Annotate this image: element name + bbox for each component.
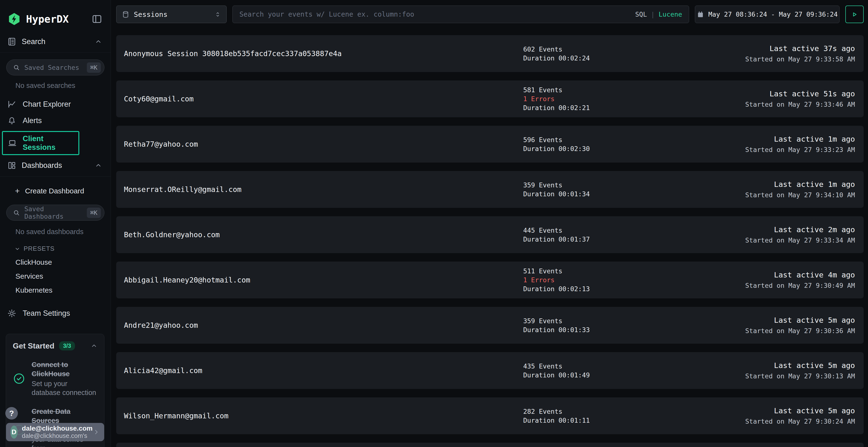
calendar-icon <box>697 11 704 18</box>
user-email: dale@clickhouse.com <box>22 424 93 432</box>
session-times: Last active 4m ago Started on May 27 9:3… <box>745 271 855 289</box>
session-stats: 445 Events Duration 00:01:37 <box>523 227 745 243</box>
session-duration: Duration 00:02:24 <box>523 55 745 61</box>
session-card[interactable]: Beth.Goldner@yahoo.com 445 Events Durati… <box>116 216 864 253</box>
session-events: 435 Events <box>523 363 745 370</box>
sidebar-collapse-icon[interactable] <box>91 13 102 25</box>
chart-line-icon <box>7 100 17 109</box>
session-events: 282 Events <box>523 408 745 415</box>
session-name: Retha77@yahoo.com <box>124 140 523 148</box>
dashboards-label: Dashboards <box>22 161 62 170</box>
session-card[interactable]: Coty60@gmail.com 581 Events 1 Errors Dur… <box>116 80 864 117</box>
session-duration: Duration 00:02:21 <box>523 105 745 111</box>
session-started: Started on May 27 9:30:24 AM <box>745 418 855 424</box>
preset-clickhouse[interactable]: ClickHouse <box>16 258 111 266</box>
session-events: 596 Events <box>523 137 745 143</box>
event-search-input[interactable]: Search your events w/ Lucene ex. column:… <box>232 5 689 23</box>
shortcut-badge: ⌘K <box>87 208 101 218</box>
session-card[interactable]: Abbigail.Heaney20@hotmail.com 511 Events… <box>116 262 864 299</box>
no-saved-dashboards-text: No saved dashboards <box>16 228 111 236</box>
session-errors: 1 Errors <box>523 96 745 102</box>
session-events: 602 Events <box>523 46 745 53</box>
session-name: Andre21@yahoo.com <box>124 321 523 330</box>
session-card[interactable]: Retha77@yahoo.com 596 Events Duration 00… <box>116 126 864 163</box>
session-name: Abbigail.Heaney20@hotmail.com <box>124 276 523 284</box>
create-dashboard-label: Create Dashboard <box>25 187 84 195</box>
session-stats: 511 Events 1 Errors Duration 00:02:13 <box>523 268 745 292</box>
sidebar-item-dashboards[interactable]: Dashboards <box>0 161 111 176</box>
session-stats: 359 Events Duration 00:01:34 <box>523 182 745 197</box>
search-section-icon <box>7 37 17 46</box>
get-started-item-subtitle: Set up your database connection <box>32 379 97 397</box>
get-started-item-title: Connect to ClickHouse <box>32 361 70 378</box>
get-started-title: Get Started <box>13 342 54 350</box>
chevron-up-icon[interactable] <box>95 38 102 45</box>
session-last-active: Last active 2m ago <box>774 226 855 233</box>
sidebar-item-team-settings[interactable]: Team Settings <box>0 309 111 318</box>
session-last-active: Last active 5m ago <box>774 316 855 324</box>
session-stats: 596 Events Duration 00:02:30 <box>523 137 745 152</box>
source-select-value: Sessions <box>134 10 167 19</box>
chevron-up-icon[interactable] <box>95 162 102 169</box>
session-times: Last active 51s ago Started on May 27 9:… <box>745 90 855 108</box>
source-select[interactable]: Sessions <box>116 5 227 23</box>
session-card[interactable]: Andre21@yahoo.com 359 Events Duration 00… <box>116 307 864 344</box>
preset-services[interactable]: Services <box>16 272 111 280</box>
session-card[interactable]: Wilson_Hermann@gmail.com 282 Events Dura… <box>116 398 864 434</box>
session-errors: 1 Errors <box>523 277 745 283</box>
session-card[interactable]: Monserrat.OReilly@gmail.com 359 Events D… <box>116 171 864 208</box>
alerts-label: Alerts <box>23 116 42 125</box>
session-times: Last active 2m ago Started on May 27 9:3… <box>745 226 855 243</box>
session-started: Started on May 27 9:30:13 AM <box>745 373 855 379</box>
session-duration: Duration 00:01:33 <box>523 326 745 333</box>
get-started-header[interactable]: Get Started 3/3 <box>13 341 97 350</box>
presets-label: PRESETS <box>24 245 55 252</box>
preset-kubernetes[interactable]: Kubernetes <box>16 286 111 294</box>
saved-searches-input[interactable]: Saved Searches ⌘K <box>6 60 104 75</box>
topbar: Sessions Search your events w/ Lucene ex… <box>116 5 864 23</box>
user-team: dale@clickhouse.com's <box>22 432 93 440</box>
session-name: Beth.Goldner@yahoo.com <box>124 231 523 239</box>
shortcut-badge: ⌘K <box>87 62 101 73</box>
sidebar-item-search[interactable]: Search <box>0 37 111 53</box>
session-last-active: Last active 1m ago <box>774 135 855 143</box>
create-dashboard-button[interactable]: + Create Dashboard <box>15 186 111 196</box>
search-icon <box>13 64 20 71</box>
get-started-item-title: Create Data Sources <box>32 408 70 424</box>
session-card[interactable]: Anonymous Session 308018eb535facd7cec337… <box>116 35 864 72</box>
session-started: Started on May 27 9:30:36 AM <box>745 328 855 334</box>
saved-dashboards-placeholder: Saved Dashboards <box>24 205 87 220</box>
session-last-active: Last active 37s ago <box>769 45 855 52</box>
presets-toggle[interactable]: PRESETS <box>14 245 111 252</box>
run-query-button[interactable] <box>845 5 864 23</box>
get-started-item[interactable]: Connect to ClickHouse Set up your databa… <box>13 360 97 397</box>
select-chevrons-icon <box>214 11 221 18</box>
chevron-up-icon[interactable] <box>91 342 97 349</box>
saved-searches-placeholder: Saved Searches <box>24 64 79 71</box>
user-menu[interactable]: D dale@clickhouse.com dale@clickhouse.co… <box>6 423 104 441</box>
session-last-active: Last active 4m ago <box>774 271 855 279</box>
session-started: Started on May 27 9:33:46 AM <box>745 101 855 108</box>
help-button[interactable]: ? <box>5 407 18 419</box>
sidebar-item-client-sessions[interactable]: Client Sessions <box>2 131 79 155</box>
session-card-partial[interactable] <box>116 443 864 447</box>
saved-dashboards-input[interactable]: Saved Dashboards ⌘K <box>6 205 104 220</box>
session-events: 511 Events <box>523 268 745 274</box>
sidebar-item-chart-explorer[interactable]: Chart Explorer <box>0 100 111 109</box>
hyperdx-logo-icon <box>7 12 21 26</box>
session-stats: 359 Events Duration 00:01:33 <box>523 318 745 333</box>
lucene-toggle[interactable]: Lucene <box>658 10 682 18</box>
sidebar-item-alerts[interactable]: Alerts <box>0 116 111 125</box>
session-duration: Duration 00:02:30 <box>523 145 745 152</box>
logo-row: HyperDX <box>0 0 111 26</box>
session-card[interactable]: Alicia42@gmail.com 435 Events Duration 0… <box>116 352 864 389</box>
session-name: Monserrat.OReilly@gmail.com <box>124 185 523 194</box>
chevron-right-icon <box>93 428 100 436</box>
date-range-picker[interactable]: May 27 08:36:24 - May 27 09:36:24 <box>695 5 840 23</box>
check-circle-icon <box>13 372 25 385</box>
no-saved-searches-text: No saved searches <box>16 82 111 90</box>
session-times: Last active 37s ago Started on May 27 9:… <box>745 45 855 62</box>
sql-toggle[interactable]: SQL <box>635 10 647 18</box>
session-started: Started on May 27 9:33:58 AM <box>745 56 855 62</box>
team-settings-label: Team Settings <box>23 309 70 318</box>
